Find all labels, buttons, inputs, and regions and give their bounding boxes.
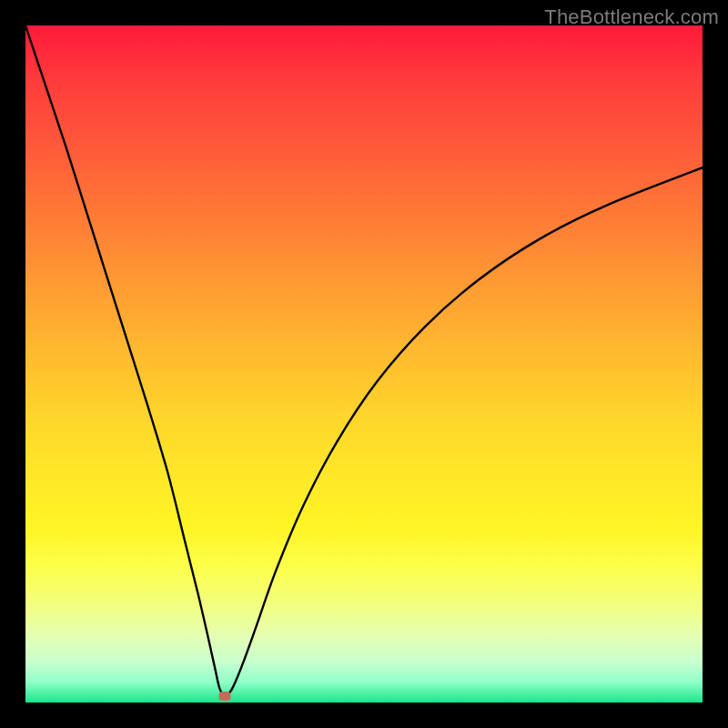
bottleneck-curve bbox=[25, 25, 703, 703]
min-point-marker bbox=[219, 692, 231, 701]
chart-stage: TheBottleneck.com bbox=[0, 0, 728, 728]
plot-area bbox=[25, 25, 703, 703]
